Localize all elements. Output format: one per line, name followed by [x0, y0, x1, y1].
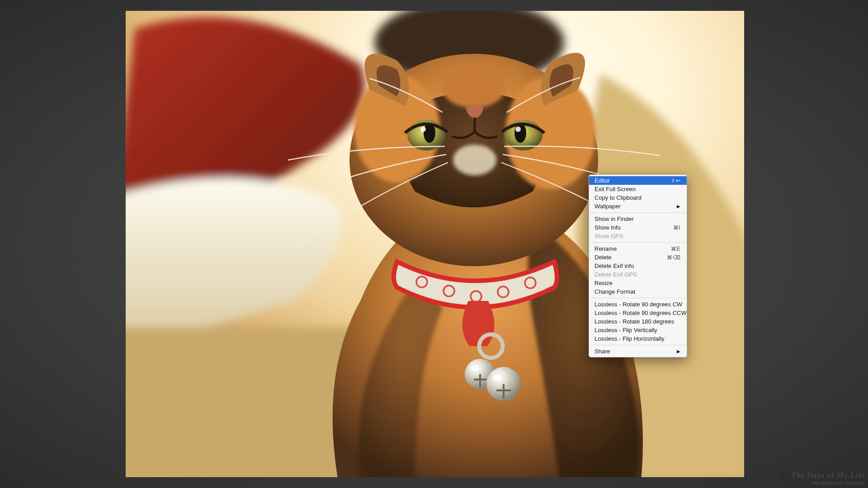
menu-item-show-gps: Show GPS — [589, 232, 687, 240]
menu-item-label: Lossless - Rotate 90 degrees CW — [594, 301, 682, 307]
menu-separator — [590, 298, 686, 298]
menu-item-label: Delete — [594, 254, 662, 260]
svg-point-22 — [471, 366, 479, 371]
menu-item-delete-exif-info[interactable]: Delete Exif info — [589, 262, 687, 270]
menu-item-label: Show GPS — [594, 233, 680, 239]
menu-item-label: Show Info — [594, 225, 669, 230]
menu-item-shortcut: ⌘I — [673, 225, 680, 230]
svg-point-9 — [420, 127, 426, 132]
menu-item-editor[interactable]: Editor⇧↩ — [589, 176, 687, 185]
menu-item-show-info[interactable]: Show Info⌘I — [589, 223, 687, 232]
menu-item-lossless-rotate-90-degrees-ccw[interactable]: Lossless - Rotate 90 degrees CCW — [589, 309, 687, 317]
menu-item-exit-full-screen[interactable]: Exit Full Screen — [589, 185, 687, 193]
svg-point-23 — [493, 375, 502, 381]
menu-item-shortcut: ⇧↩ — [671, 178, 680, 183]
menu-item-label: Lossless - Rotate 180 degrees — [594, 319, 680, 324]
chevron-right-icon: ▶ — [677, 204, 680, 209]
menu-item-label: Show in Finder — [594, 216, 680, 222]
menu-item-label: Delete Exif info — [594, 263, 680, 269]
menu-item-lossless-rotate-90-degrees-cw[interactable]: Lossless - Rotate 90 degrees CW — [589, 300, 687, 309]
chevron-right-icon: ▶ — [677, 349, 680, 354]
menu-item-label: Copy to Clipboard — [594, 195, 680, 201]
menu-item-wallpaper[interactable]: Wallpaper▶ — [589, 202, 687, 211]
menu-item-lossless-rotate-180-degrees[interactable]: Lossless - Rotate 180 degrees — [589, 317, 687, 326]
menu-item-label: Resize — [594, 280, 680, 286]
menu-item-label: Wallpaper — [594, 203, 672, 209]
menu-item-rename[interactable]: Rename⌘E — [589, 244, 687, 253]
menu-item-label: Editor — [594, 178, 666, 183]
svg-point-12 — [515, 127, 521, 132]
menu-item-label: Rename — [594, 246, 666, 252]
menu-separator — [590, 345, 686, 345]
menu-item-change-format[interactable]: Change Format — [589, 287, 687, 296]
menu-item-shortcut: ⌘⌫ — [667, 255, 680, 260]
menu-item-label: Exit Full Screen — [594, 186, 680, 192]
svg-point-6 — [442, 67, 505, 108]
menu-item-label: Lossless - Rotate 90 degrees CCW — [594, 310, 687, 316]
menu-separator — [590, 212, 686, 213]
context-menu[interactable]: Editor⇧↩Exit Full ScreenCopy to Clipboar… — [589, 174, 687, 357]
menu-item-shortcut: ⌘E — [671, 246, 680, 252]
menu-item-resize[interactable]: Resize — [589, 279, 687, 287]
menu-item-show-in-finder[interactable]: Show in Finder — [589, 215, 687, 223]
menu-item-delete-exif-gps: Delete Exif GPS — [589, 270, 687, 279]
svg-point-13 — [453, 145, 496, 175]
menu-item-lossless-flip-horizontally[interactable]: Lossless - Flip Horizontally — [589, 334, 687, 343]
menu-item-label: Lossless - Flip Horizontally — [594, 336, 680, 342]
menu-item-label: Delete Exif GPS — [594, 272, 680, 277]
menu-item-label: Share — [594, 348, 672, 354]
menu-item-share[interactable]: Share▶ — [589, 347, 687, 356]
menu-item-copy-to-clipboard[interactable]: Copy to Clipboard — [589, 193, 687, 202]
menu-item-label: Change Format — [594, 289, 680, 295]
menu-item-label: Lossless - Flip Vertically — [594, 327, 680, 333]
menu-item-delete[interactable]: Delete⌘⌫ — [589, 253, 687, 262]
menu-item-lossless-flip-vertically[interactable]: Lossless - Flip Vertically — [589, 326, 687, 334]
menu-separator — [590, 242, 686, 243]
